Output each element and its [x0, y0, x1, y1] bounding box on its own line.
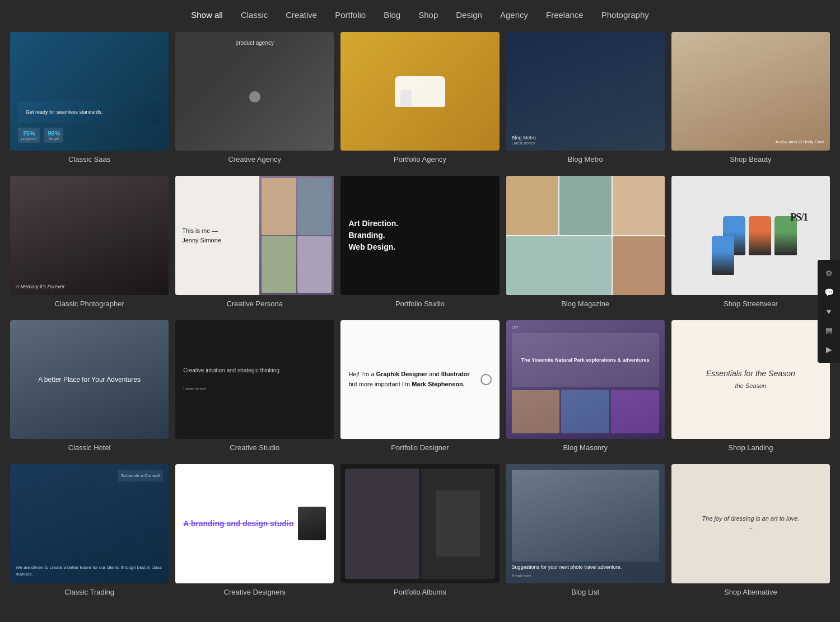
card-label-classic-photographer: Classic Photographer	[10, 295, 169, 314]
thumbnail-creative-studio: Creative intuition and strategic thinkin…	[175, 320, 334, 439]
nav-item-classic[interactable]: Classic	[241, 10, 268, 20]
thumbnail-shop-beauty: A new kind of Body Care	[671, 32, 830, 151]
card-label-classic-saas: Classic Saas	[10, 151, 169, 169]
thumbnail-portfolio-studio: Art Direction.Branding.Web Design.	[340, 176, 499, 294]
nav-item-portfolio[interactable]: Portfolio	[335, 10, 366, 20]
thumbnail-classic-trading: Schedule a Consult We are driven to crea…	[10, 464, 169, 583]
thumbnail-creative-persona: This is me —Jenny Simone	[175, 176, 334, 294]
card-label-blog-masonry: Blog Masonry	[506, 439, 665, 457]
thumbnail-creative-designers: A branding and design studio	[175, 464, 334, 583]
card-label-creative-studio: Creative Studio	[175, 439, 334, 457]
card-label-shop-alternative: Shop Alternative	[671, 583, 830, 602]
card-label-shop-beauty: Shop Beauty	[671, 151, 830, 169]
nav-item-photography[interactable]: Photography	[601, 10, 649, 20]
nav-item-blog[interactable]: Blog	[384, 10, 400, 20]
template-card-creative-designers[interactable]: A branding and design studio Creative De…	[172, 461, 337, 605]
card-label-blog-magazine: Blog Magazine	[506, 295, 665, 314]
card-label-blog-metro: Blog Metro	[506, 151, 665, 169]
thumbnail-portfolio-agency	[340, 32, 499, 151]
comment-icon[interactable]: 💬	[820, 283, 838, 301]
templates-grid: Get ready for seamless standards. 75%pro…	[0, 29, 840, 605]
template-card-blog-list[interactable]: Suggestions for your next photo travel a…	[503, 461, 668, 605]
thumbnail-shop-landing: Essentials for the Seasonthe Season	[671, 320, 830, 439]
card-label-creative-agency: Creative Agency	[175, 151, 334, 169]
heart-icon[interactable]: ♥	[820, 302, 838, 320]
card-label-portfolio-designer: Portfolio Designer	[340, 439, 499, 457]
card-label-blog-list: Blog List	[506, 583, 665, 602]
template-card-portfolio-agency[interactable]: Portfolio Agency	[337, 29, 502, 172]
template-card-shop-beauty[interactable]: A new kind of Body Care Shop Beauty	[668, 29, 833, 172]
nav-item-shop[interactable]: Shop	[418, 10, 438, 20]
template-card-portfolio-designer[interactable]: Hej! I'm a Graphik Designer and Illustra…	[337, 317, 502, 461]
nav-item-agency[interactable]: Agency	[500, 10, 528, 20]
card-label-shop-streetwear: Shop Streetwear	[671, 295, 830, 314]
template-card-classic-photographer[interactable]: A Memory it's Forever Classic Photograph…	[7, 172, 172, 316]
template-card-classic-trading[interactable]: Schedule a Consult We are driven to crea…	[7, 461, 172, 605]
card-label-creative-persona: Creative Persona	[175, 295, 334, 314]
card-label-portfolio-studio: Portfolio Studio	[340, 295, 499, 314]
card-label-portfolio-agency: Portfolio Agency	[340, 151, 499, 169]
template-card-creative-agency[interactable]: product agency Creative Agency	[172, 29, 337, 172]
card-label-shop-landing: Shop Landing	[671, 439, 830, 457]
thumbnail-shop-alternative: The joy of dressing is an art to love.→	[671, 464, 830, 583]
template-card-creative-studio[interactable]: Creative intuition and strategic thinkin…	[172, 317, 337, 461]
video-icon[interactable]: ▶	[820, 340, 838, 358]
card-label-creative-designers: Creative Designers	[175, 583, 334, 602]
sidebar-tools: ⚙ 💬 ♥ ▤ ▶	[818, 260, 840, 363]
template-card-shop-landing[interactable]: Essentials for the Seasonthe Season Shop…	[668, 317, 833, 461]
thumbnail-blog-masonry: LFT The Yosemite Natural Park exploratio…	[506, 320, 665, 439]
card-label-portfolio-albums: Portfolio Albums	[340, 583, 499, 602]
gear-icon[interactable]: ⚙	[820, 264, 838, 282]
template-card-shop-streetwear[interactable]: PS/1 Shop Streetwear	[668, 172, 833, 316]
nav-item-creative[interactable]: Creative	[286, 10, 317, 20]
thumbnail-classic-photographer: A Memory it's Forever	[10, 176, 169, 294]
nav-item-design[interactable]: Design	[456, 10, 482, 20]
template-card-blog-magazine[interactable]: Blog Magazine	[503, 172, 668, 316]
thumbnail-blog-list: Suggestions for your next photo travel a…	[506, 464, 665, 583]
thumbnail-blog-metro: Blog Metro Latest stories	[506, 32, 665, 151]
template-card-blog-metro[interactable]: Blog Metro Latest stories Blog Metro	[503, 29, 668, 172]
template-card-creative-persona[interactable]: This is me —Jenny Simone Creative Person…	[172, 172, 337, 316]
template-card-shop-alternative[interactable]: The joy of dressing is an art to love.→ …	[668, 461, 833, 605]
template-card-portfolio-albums[interactable]: Portfolio Albums	[337, 461, 502, 605]
card-label-classic-hotel: Classic Hotel	[10, 439, 169, 457]
nav-item-show-all[interactable]: Show all	[191, 10, 223, 20]
thumbnail-portfolio-designer: Hej! I'm a Graphik Designer and Illustra…	[340, 320, 499, 439]
nav-item-freelance[interactable]: Freelance	[546, 10, 584, 20]
layout-icon[interactable]: ▤	[820, 321, 838, 339]
card-label-classic-trading: Classic Trading	[10, 583, 169, 602]
thumbnail-classic-saas: Get ready for seamless standards. 75%pro…	[10, 32, 169, 151]
thumbnail-blog-magazine	[506, 176, 665, 294]
thumbnail-portfolio-albums	[340, 464, 499, 583]
template-card-portfolio-studio[interactable]: Art Direction.Branding.Web Design. Portf…	[337, 172, 502, 316]
filter-nav: Show allClassicCreativePortfolioBlogShop…	[0, 0, 840, 29]
template-card-classic-saas[interactable]: Get ready for seamless standards. 75%pro…	[7, 29, 172, 172]
thumbnail-classic-hotel: A better Place for Your Adventures	[10, 320, 169, 439]
thumbnail-creative-agency: product agency	[175, 32, 334, 151]
template-card-classic-hotel[interactable]: A better Place for Your Adventures Class…	[7, 317, 172, 461]
thumbnail-shop-streetwear: PS/1	[671, 176, 830, 294]
template-card-blog-masonry[interactable]: LFT The Yosemite Natural Park exploratio…	[503, 317, 668, 461]
